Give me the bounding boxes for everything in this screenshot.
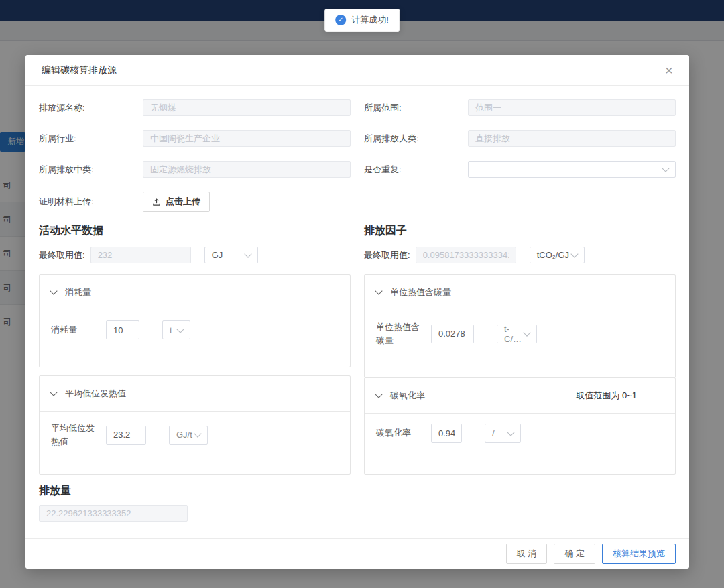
panel-title: 单位热值含碳量 bbox=[390, 286, 451, 298]
activity-section: 活动水平数据 最终取用值: GJ 消耗量 bbox=[39, 224, 351, 475]
field-industry: 所属行业: bbox=[39, 130, 351, 147]
edit-emission-source-dialog: 编辑碳核算排放源 × 排放源名称: 所属范围: 所属行业: 所属排放大类: bbox=[25, 55, 689, 569]
panel-carbon-content-body: 单位热值含碳量 t-C/… bbox=[365, 310, 675, 377]
panel-consumption-body: 消耗量 t bbox=[40, 310, 350, 367]
panel-oxidation-rate-header[interactable]: 碳氧化率 取值范围为 0~1 bbox=[365, 378, 675, 414]
panel-heating-value-header[interactable]: 平均低位发热值 bbox=[40, 376, 350, 412]
close-icon[interactable]: × bbox=[662, 60, 676, 80]
confirm-button[interactable]: 确 定 bbox=[554, 544, 595, 564]
dialog-footer: 取 消 确 定 核算结果预览 bbox=[25, 538, 689, 569]
upload-button-label: 点击上传 bbox=[166, 196, 200, 208]
chevron-down-icon bbox=[176, 325, 184, 333]
field-major-category: 所属排放大类: bbox=[364, 130, 676, 147]
panel-consumption: 消耗量 消耗量 t bbox=[39, 274, 351, 367]
consumption-label: 消耗量 bbox=[51, 323, 99, 337]
heating-value-input[interactable] bbox=[106, 426, 146, 445]
is-duplicate-label: 是否重复: bbox=[364, 164, 468, 176]
chevron-down-icon bbox=[570, 250, 578, 257]
chevron-down-icon bbox=[662, 164, 669, 172]
chevron-down-icon bbox=[194, 430, 201, 437]
toast-message: 计算成功! bbox=[351, 14, 389, 26]
activity-section-title: 活动水平数据 bbox=[39, 224, 351, 238]
field-scope: 所属范围: bbox=[364, 99, 676, 116]
industry-input bbox=[143, 130, 351, 147]
major-category-input bbox=[468, 130, 676, 147]
success-check-icon: ✓ bbox=[335, 15, 346, 25]
panel-title: 碳氧化率 bbox=[390, 390, 425, 402]
toast-success: ✓ 计算成功! bbox=[324, 9, 400, 32]
basic-info-form: 排放源名称: 所属范围: 所属行业: 所属排放大类: 所属排放中类: 是否重复: bbox=[39, 99, 676, 212]
panel-carbon-content: 单位热值含碳量 单位热值含碳量 t-C/… bbox=[364, 274, 676, 378]
consumption-input[interactable] bbox=[106, 320, 139, 339]
panel-title: 消耗量 bbox=[65, 286, 91, 298]
source-name-input bbox=[143, 99, 351, 116]
activity-final-input bbox=[90, 247, 191, 263]
oxidation-rate-unit-select[interactable]: / bbox=[485, 424, 521, 443]
upload-button[interactable]: 点击上传 bbox=[143, 192, 210, 212]
emission-section: 排放量 bbox=[39, 484, 676, 522]
scope-input bbox=[468, 99, 676, 116]
is-duplicate-select[interactable] bbox=[468, 161, 676, 178]
panel-consumption-header[interactable]: 消耗量 bbox=[40, 275, 350, 310]
field-source-name: 排放源名称: bbox=[39, 99, 351, 116]
source-name-label: 排放源名称: bbox=[39, 102, 143, 114]
factor-final-row: 最终取用值: tCO₂/GJ bbox=[364, 247, 676, 263]
preview-result-button[interactable]: 核算结果预览 bbox=[602, 544, 676, 564]
oxidation-rate-unit-value: / bbox=[492, 428, 495, 438]
oxidation-rate-hint: 取值范围为 0~1 bbox=[576, 390, 637, 402]
oxidation-rate-label: 碳氧化率 bbox=[376, 426, 424, 440]
panel-oxidation-rate-body: 碳氧化率 / bbox=[365, 414, 675, 474]
factor-final-input bbox=[416, 247, 516, 263]
industry-label: 所属行业: bbox=[39, 133, 143, 145]
chevron-down-icon bbox=[507, 428, 514, 436]
chevron-down-icon bbox=[50, 388, 57, 396]
heating-value-label: 平均低位发热值 bbox=[51, 422, 99, 448]
heating-value-unit-select[interactable]: GJ/t bbox=[169, 426, 208, 445]
factor-unit-value: tCO₂/GJ bbox=[537, 250, 569, 260]
dialog-body: 排放源名称: 所属范围: 所属行业: 所属排放大类: 所属排放中类: 是否重复: bbox=[25, 86, 689, 538]
dialog-title: 编辑碳核算排放源 bbox=[42, 64, 117, 76]
panel-title: 平均低位发热值 bbox=[65, 388, 126, 400]
heating-value-unit-value: GJ/t bbox=[176, 430, 192, 440]
activity-unit-select[interactable]: GJ bbox=[204, 247, 258, 263]
data-sections: 活动水平数据 最终取用值: GJ 消耗量 bbox=[39, 224, 676, 475]
emission-value-input bbox=[39, 505, 188, 522]
carbon-content-label: 单位热值含碳量 bbox=[376, 320, 424, 347]
activity-unit-value: GJ bbox=[212, 250, 223, 260]
carbon-content-input[interactable] bbox=[431, 325, 474, 343]
activity-final-label: 最终取用值: bbox=[39, 249, 85, 261]
factor-final-label: 最终取用值: bbox=[364, 249, 410, 261]
panel-carbon-content-header[interactable]: 单位热值含碳量 bbox=[365, 275, 675, 310]
field-upload: 证明材料上传: 点击上传 bbox=[39, 192, 351, 212]
chevron-down-icon bbox=[244, 250, 251, 257]
chevron-down-icon bbox=[375, 390, 382, 398]
factor-section: 排放因子 最终取用值: tCO₂/GJ 单位热值含碳量 bbox=[364, 224, 676, 475]
factor-section-title: 排放因子 bbox=[364, 224, 676, 238]
field-mid-category: 所属排放中类: bbox=[39, 161, 351, 178]
field-is-duplicate: 是否重复: bbox=[364, 161, 676, 178]
oxidation-rate-input[interactable] bbox=[431, 424, 462, 443]
mid-category-input bbox=[143, 161, 351, 178]
major-category-label: 所属排放大类: bbox=[364, 133, 468, 145]
carbon-content-unit-select[interactable]: t-C/… bbox=[497, 325, 537, 343]
cancel-button[interactable]: 取 消 bbox=[506, 544, 548, 564]
consumption-unit-value: t bbox=[170, 325, 172, 335]
emission-section-title: 排放量 bbox=[39, 484, 676, 498]
factor-unit-select[interactable]: tCO₂/GJ bbox=[530, 247, 585, 263]
consumption-unit-select[interactable]: t bbox=[162, 320, 190, 339]
panel-heating-value-body: 平均低位发热值 GJ/t bbox=[40, 412, 350, 474]
carbon-content-unit-value: t-C/… bbox=[504, 324, 524, 344]
dialog-header: 编辑碳核算排放源 × bbox=[25, 55, 689, 86]
activity-final-row: 最终取用值: GJ bbox=[39, 247, 351, 263]
upload-icon bbox=[152, 198, 161, 207]
panel-heating-value: 平均低位发热值 平均低位发热值 GJ/t bbox=[39, 375, 351, 475]
scope-label: 所属范围: bbox=[364, 102, 468, 114]
panel-oxidation-rate: 碳氧化率 取值范围为 0~1 碳氧化率 / bbox=[364, 377, 676, 475]
mid-category-label: 所属排放中类: bbox=[39, 164, 143, 176]
chevron-down-icon bbox=[50, 287, 57, 294]
chevron-down-icon bbox=[375, 287, 382, 294]
upload-label: 证明材料上传: bbox=[39, 196, 143, 208]
chevron-down-icon bbox=[523, 329, 530, 336]
